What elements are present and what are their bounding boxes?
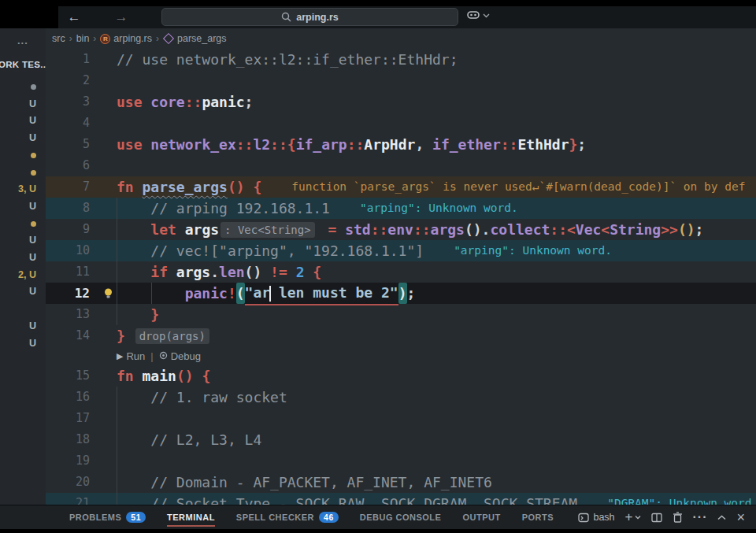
code-line-21[interactable]: 21 // Socket Type - SOCK_RAW, SOCK_DGRAM… [46,493,756,505]
code-token [304,261,313,283]
panel-tab-badge: 46 [319,512,339,523]
panel-tab-ports[interactable]: PORTS [522,505,554,529]
explorer-item-badge[interactable]: U [0,286,43,297]
panel-tab-debug-console[interactable]: DEBUG CONSOLE [360,505,442,529]
code-token: ; [407,283,416,304]
line-number[interactable]: 11 [46,261,94,283]
line-number[interactable]: 19 [46,450,94,472]
explorer-item-badge[interactable]: U [0,320,43,331]
panel-tab-output[interactable]: OUTPUT [462,505,500,529]
nav-forward-icon[interactable]: → [112,7,131,28]
explorer-actions-ellipsis[interactable]: ... [17,35,28,46]
debug-lens[interactable]: Debug [159,350,201,362]
code-line-14[interactable]: 14} drop(args) [46,325,756,346]
explorer-item-badge[interactable]: U [0,235,43,246]
line-number[interactable]: 18 [46,429,94,450]
more-actions-button[interactable]: ··· [693,511,708,524]
lightbulb-icon[interactable] [102,287,114,300]
code-token: network_ex [150,134,235,155]
explorer-item-badge[interactable]: U [0,132,43,143]
explorer-item-badge[interactable]: U [0,338,43,349]
code-line-1[interactable]: 1// use network_ex::l2::if_ether::EthHdr… [46,49,756,70]
line-number[interactable]: 6 [46,155,94,176]
code-line-13[interactable]: 13 } [46,304,756,325]
line-number[interactable]: 4 [46,113,94,134]
line-number[interactable]: 3 [46,91,94,113]
modified-dot-icon [31,170,36,176]
breadcrumb-separator: › [69,33,72,44]
line-number[interactable]: 13 [46,304,94,325]
copilot-menu[interactable] [466,9,490,21]
breadcrumb-item-src[interactable]: src [52,33,65,44]
breadcrumb-item-bin[interactable]: bin [76,33,90,44]
explorer-item-badge[interactable]: U [0,98,43,109]
maximize-panel-button[interactable] [717,515,726,520]
run-lens[interactable]: ▶Run [117,350,145,362]
chevron-up-icon [717,515,726,520]
explorer-item-badge[interactable]: U [0,115,43,126]
line-number[interactable]: 2 [46,70,94,91]
command-center-search[interactable]: arping.rs [161,8,458,26]
explorer-item-badge[interactable] [0,167,43,178]
new-terminal-button[interactable]: + [625,511,641,524]
explorer-item-badge[interactable] [0,150,43,161]
line-number[interactable]: 7 [46,176,94,198]
glyph-margin[interactable] [94,287,117,300]
nav-back-icon[interactable]: ← [65,7,83,28]
split-terminal-button[interactable] [651,513,662,523]
breadcrumb-separator: › [156,33,159,44]
code-line-17[interactable]: 17 [46,408,756,429]
code-line-9[interactable]: 9 let args: Vec<String> = std::env::args… [46,219,756,240]
code-token: let [117,219,185,240]
debug-icon [159,351,168,360]
line-number[interactable]: 10 [46,240,94,261]
line-number[interactable]: 17 [46,408,94,429]
panel-tab-problems[interactable]: PROBLEMS51 [69,505,146,529]
breadcrumb-item-parse_args[interactable]: parse_args [163,33,227,44]
code-token: } [569,134,577,155]
code-line-7[interactable]: 7fn parse_args() {function `parse_args` … [46,176,756,198]
explorer-item-badge[interactable] [0,81,43,92]
code-line-12[interactable]: 12 panic!("ar len must be 2"); [46,283,756,304]
line-number[interactable]: 21 [46,493,94,505]
explorer-item-badge[interactable]: 3, U [0,183,43,194]
code-area[interactable]: 1// use network_ex::l2::if_ether::EthHdr… [46,49,756,505]
panel-tab-label: PROBLEMS [69,513,121,522]
code-line-10[interactable]: 10 // vec!["arping", "192.168.1.1"]"arpi… [46,240,756,261]
code-line-19[interactable]: 19 [46,450,756,472]
code-token: env [387,219,413,240]
line-number[interactable]: 1 [46,49,94,70]
explorer-item-badge[interactable]: U [0,252,43,263]
line-number[interactable]: 9 [46,219,94,240]
explorer-item-badge[interactable] [0,218,43,229]
code-line-4[interactable]: 4 [46,113,756,134]
code-line-16[interactable]: 16 // 1. raw socket [46,387,756,408]
code-line-6[interactable]: 6 [46,155,756,176]
code-line-2[interactable]: 2 [46,70,756,91]
terminal-profile[interactable]: bash [578,512,614,523]
panel-tab-spell-checker[interactable]: SPELL CHECKER46 [236,505,339,529]
code-line-11[interactable]: 11 if args.len() != 2 { [46,261,756,283]
code-line-3[interactable]: 3use core::panic; [46,91,756,113]
line-number[interactable]: 16 [46,387,94,408]
kill-terminal-button[interactable] [673,512,683,523]
explorer-section-header[interactable]: ORK TES... [0,60,49,69]
code-line-18[interactable]: 18 // L2, L3, L4 [46,429,756,450]
code-line-20[interactable]: 20 // Domain - AF_PACKET, AF_INET, AF_IN… [46,472,756,493]
line-number[interactable]: 14 [46,325,94,346]
close-panel-button[interactable]: × [736,511,745,524]
code-line-8[interactable]: 8 // arping 192.168.1.1"arping": Unknown… [46,198,756,219]
line-number[interactable]: 5 [46,134,94,155]
line-number[interactable]: 20 [46,472,94,493]
panel-tab-terminal[interactable]: TERMINAL [167,505,215,529]
code-line-15[interactable]: 15fn main() { [46,365,756,387]
line-number[interactable]: 12 [46,283,94,304]
code-line-5[interactable]: 5use network_ex::l2::{if_arp::ArpHdr, if… [46,134,756,155]
code-token: ; [695,219,704,240]
line-number[interactable]: 15 [46,365,94,387]
code-token: { [253,176,261,198]
explorer-item-badge[interactable]: 2, U [0,269,43,280]
breadcrumb-item-arping-rs[interactable]: Rarping.rs [100,33,152,44]
explorer-item-badge[interactable]: U [0,201,43,212]
line-number[interactable]: 8 [46,198,94,219]
